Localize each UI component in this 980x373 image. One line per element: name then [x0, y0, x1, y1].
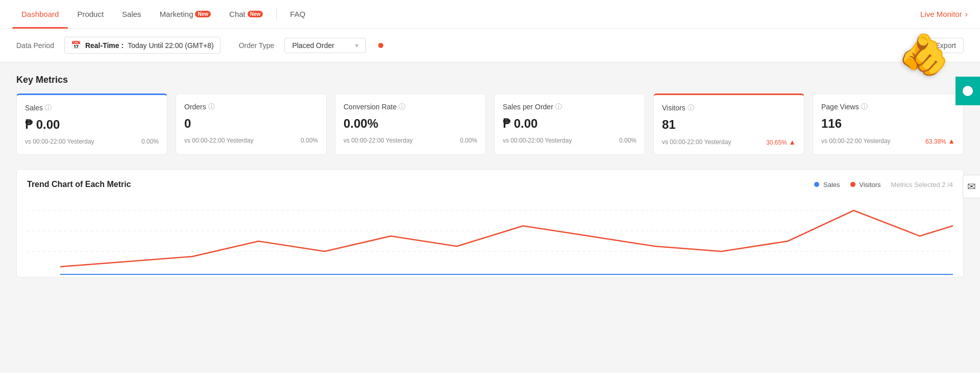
- metric-change-visitors: 30.65% ▲: [766, 138, 796, 146]
- trend-chart-svg: [27, 195, 953, 277]
- live-monitor-arrow-icon: ›: [965, 10, 968, 19]
- download-icon: ⬇: [926, 41, 933, 50]
- metric-name-visitors: Visitors ⓘ: [662, 103, 796, 112]
- metrics-selected-label: Metrics Selected 2 /4: [891, 181, 953, 189]
- metric-change-conversion: 0.00%: [460, 137, 477, 144]
- realtime-indicator: [378, 43, 383, 48]
- nav-item-sales[interactable]: Sales: [113, 0, 151, 29]
- nav-divider: [276, 8, 277, 20]
- metric-value-conversion: 0.00%: [344, 116, 477, 131]
- metric-change-spo: 0.00%: [619, 137, 636, 144]
- compare-range-sales: vs 00:00-22:00 Yesterday: [25, 138, 94, 145]
- metric-value-pageviews: 116: [821, 116, 955, 131]
- metric-name-conversion: Conversion Rate ⓘ: [344, 102, 477, 111]
- nav-label-sales: Sales: [122, 10, 141, 18]
- order-type-value: Placed Order: [292, 41, 334, 50]
- compare-range-spo: vs 00:00-22:00 Yesterday: [503, 137, 572, 144]
- order-type-select[interactable]: Placed Order ▾: [284, 38, 366, 53]
- metric-card-spo[interactable]: Sales per Order ⓘ ₱ 0.00 vs 00:00-22:00 …: [494, 94, 645, 155]
- nav-badge-marketing: New: [195, 11, 211, 17]
- legend-sales: Sales: [814, 181, 840, 189]
- metric-compare-pageviews: vs 00:00-22:00 Yesterday 63.38% ▲: [821, 137, 955, 145]
- nav-item-product[interactable]: Product: [68, 0, 113, 29]
- key-metrics-title: Key Metrics: [16, 75, 964, 85]
- mail-icon: ✉: [967, 181, 976, 192]
- trend-chart-section: Trend Chart of Each Metric Sales Visitor…: [16, 169, 964, 277]
- metric-compare-visitors: vs 00:00-22:00 Yesterday 30.65% ▲: [662, 138, 796, 146]
- data-period-label: Data Period: [16, 41, 54, 50]
- chevron-down-icon: ▾: [355, 42, 358, 49]
- legend-dot-sales: [814, 182, 819, 187]
- metric-change-orders: 0.00%: [301, 137, 318, 144]
- nav-label-marketing: Marketing: [160, 10, 193, 18]
- metric-card-orders[interactable]: Orders ⓘ 0 vs 00:00-22:00 Yesterday 0.00…: [176, 94, 327, 155]
- live-monitor-label: Live Monitor: [920, 10, 962, 18]
- metric-name-sales: Sales ⓘ: [25, 103, 159, 112]
- metric-name-orders: Orders ⓘ: [184, 102, 318, 111]
- metric-name-pageviews: Page Views ⓘ: [821, 102, 955, 111]
- period-value: Today Until 22:00 (GMT+8): [128, 41, 213, 50]
- toolbar: Data Period 📅 Real-Time : Today Until 22…: [0, 29, 980, 62]
- compare-range-visitors: vs 00:00-22:00 Yesterday: [662, 138, 731, 146]
- metric-value-visitors: 81: [662, 118, 796, 132]
- key-metrics-section: Key Metrics Sales ⓘ ₱ 0.00 vs 00:00-22:0…: [16, 75, 964, 155]
- metric-compare-spo: vs 00:00-22:00 Yesterday 0.00%: [503, 137, 636, 144]
- nav-bar: Dashboard Product Sales Marketing New Ch…: [0, 0, 980, 29]
- help-icon-orders[interactable]: ⓘ: [208, 102, 215, 111]
- help-icon-sales[interactable]: ⓘ: [45, 103, 52, 112]
- metric-change-sales: 0.00%: [141, 138, 159, 145]
- help-icon-pageviews[interactable]: ⓘ: [861, 102, 868, 111]
- trend-up-icon-visitors: ▲: [789, 138, 796, 146]
- metric-value-orders: 0: [184, 116, 318, 131]
- toggle-panel[interactable]: [955, 77, 980, 105]
- metric-value-sales: ₱ 0.00: [25, 118, 159, 132]
- period-bold: Real-Time :: [85, 41, 124, 50]
- nav-badge-chat: New: [248, 11, 263, 17]
- nav-items: Dashboard Product Sales Marketing New Ch…: [12, 0, 920, 29]
- nav-label-chat: Chat: [229, 10, 246, 18]
- main-content: Key Metrics Sales ⓘ ₱ 0.00 vs 00:00-22:0…: [0, 62, 980, 290]
- legend-visitors: Visitors: [850, 181, 881, 189]
- help-icon-visitors[interactable]: ⓘ: [688, 103, 694, 112]
- side-mail-button[interactable]: ✉: [963, 175, 980, 198]
- compare-range-pageviews: vs 00:00-22:00 Yesterday: [821, 137, 890, 145]
- metrics-grid: Sales ⓘ ₱ 0.00 vs 00:00-22:00 Yesterday …: [16, 94, 964, 155]
- metric-card-conversion[interactable]: Conversion Rate ⓘ 0.00% vs 00:00-22:00 Y…: [335, 94, 486, 155]
- trend-up-icon-pageviews: ▲: [948, 137, 955, 145]
- metric-compare-sales: vs 00:00-22:00 Yesterday 0.00%: [25, 138, 159, 145]
- metric-compare-conversion: vs 00:00-22:00 Yesterday 0.00%: [344, 137, 477, 144]
- trend-chart-canvas: [27, 195, 953, 277]
- live-monitor-link[interactable]: Live Monitor ›: [920, 10, 968, 19]
- help-icon-spo[interactable]: ⓘ: [555, 102, 562, 111]
- trend-header: Trend Chart of Each Metric Sales Visitor…: [27, 180, 953, 189]
- nav-item-faq[interactable]: FAQ: [281, 0, 314, 29]
- compare-range-orders: vs 00:00-22:00 Yesterday: [184, 137, 253, 144]
- metric-card-sales[interactable]: Sales ⓘ ₱ 0.00 vs 00:00-22:00 Yesterday …: [16, 94, 167, 155]
- export-label: Export: [936, 41, 956, 50]
- trend-chart-title: Trend Chart of Each Metric: [27, 180, 131, 189]
- metric-change-pageviews: 63.38% ▲: [925, 137, 955, 145]
- nav-item-chat[interactable]: Chat New: [220, 0, 272, 29]
- help-icon-conversion[interactable]: ⓘ: [399, 102, 405, 111]
- order-type-label: Order Type: [239, 41, 275, 50]
- compare-range-conversion: vs 00:00-22:00 Yesterday: [344, 137, 412, 144]
- nav-item-dashboard[interactable]: Dashboard: [12, 0, 68, 29]
- nav-label-faq: FAQ: [290, 10, 305, 18]
- nav-item-marketing[interactable]: Marketing New: [151, 0, 220, 29]
- metric-card-pageviews[interactable]: Page Views ⓘ 116 vs 00:00-22:00 Yesterda…: [813, 94, 964, 155]
- legend-dot-visitors: [850, 182, 855, 187]
- metric-value-spo: ₱ 0.00: [503, 116, 636, 131]
- metric-card-visitors[interactable]: Visitors ⓘ 81 vs 00:00-22:00 Yesterday 3…: [653, 94, 804, 155]
- metric-name-spo: Sales per Order ⓘ: [503, 102, 636, 111]
- toggle-circle: [963, 86, 973, 96]
- nav-label-dashboard: Dashboard: [21, 10, 59, 18]
- trend-legend: Sales Visitors Metrics Selected 2 /4: [814, 181, 953, 189]
- metric-compare-orders: vs 00:00-22:00 Yesterday 0.00%: [184, 137, 318, 144]
- calendar-icon: 📅: [71, 40, 81, 50]
- nav-label-product: Product: [77, 10, 104, 18]
- export-button[interactable]: ⬇ Export: [919, 38, 964, 53]
- period-selector[interactable]: 📅 Real-Time : Today Until 22:00 (GMT+8): [64, 37, 220, 54]
